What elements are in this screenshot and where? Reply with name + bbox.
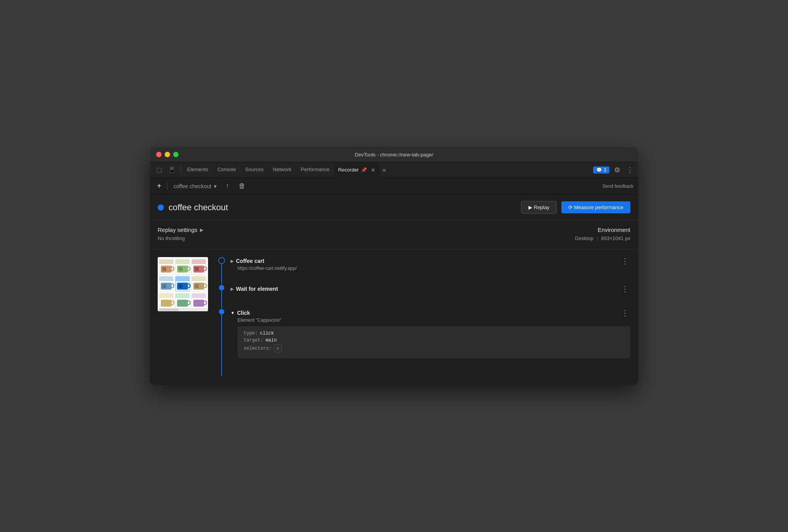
svg-rect-20 bbox=[179, 284, 182, 288]
selector-picker-icon[interactable]: ⊡ bbox=[274, 345, 282, 352]
tab-performance[interactable]: Performance bbox=[296, 162, 334, 178]
step-connector-3 bbox=[216, 309, 227, 376]
settings-arrow-icon: ▶ bbox=[200, 227, 203, 233]
settings-row: Replay settings ▶ No throttling Environm… bbox=[150, 220, 638, 249]
svg-rect-4 bbox=[162, 267, 166, 271]
tab-network[interactable]: Network bbox=[268, 162, 296, 178]
svg-rect-35 bbox=[159, 309, 179, 311]
toolbar-separator bbox=[167, 182, 167, 190]
settings-right: Environment Desktop | 893×1041 px bbox=[575, 227, 630, 241]
more-tabs-button[interactable]: » bbox=[379, 163, 389, 177]
code-type-line: type: click bbox=[244, 331, 624, 336]
replay-settings-toggle[interactable]: Replay settings ▶ bbox=[158, 227, 575, 233]
measure-performance-button[interactable]: ⟳ Measure performance bbox=[561, 201, 630, 213]
step-click: ▼ Click ⋮ Element "Cappucino" type: clic… bbox=[216, 309, 630, 376]
send-feedback-link[interactable]: Send feedback bbox=[602, 184, 633, 189]
env-separator: | bbox=[597, 235, 598, 241]
code-target-value: main bbox=[265, 338, 277, 343]
step-3-name: Click bbox=[237, 310, 250, 316]
screenshot-preview bbox=[158, 257, 208, 311]
replay-button[interactable]: ▶ Replay bbox=[521, 201, 557, 214]
code-selectors-key: selectors: bbox=[244, 346, 272, 351]
tab-recorder[interactable]: Recorder 📌 ✕ bbox=[334, 162, 379, 178]
svg-rect-14 bbox=[159, 276, 173, 281]
traffic-lights bbox=[156, 152, 179, 157]
svg-rect-2 bbox=[159, 259, 173, 264]
tab-console[interactable]: Console bbox=[213, 162, 241, 178]
maximize-button[interactable] bbox=[173, 152, 179, 157]
more-options-icon[interactable]: ⋮ bbox=[625, 164, 635, 176]
close-button[interactable] bbox=[156, 152, 162, 157]
tab-close-button[interactable]: ✕ bbox=[371, 167, 375, 173]
step-1-content: ▶ Coffee cart ⋮ https://coffee-cart.netl… bbox=[227, 257, 630, 271]
step-wait: ▶ Wait for element ⋮ bbox=[216, 285, 630, 308]
code-target-key: target: bbox=[244, 338, 263, 343]
svg-rect-26 bbox=[159, 293, 173, 298]
export-button[interactable]: ↑ bbox=[223, 180, 232, 192]
window-title: DevTools - chrome://new-tab-page/ bbox=[355, 152, 433, 158]
svg-rect-16 bbox=[162, 284, 166, 288]
code-type-key: type: bbox=[244, 331, 258, 336]
svg-rect-10 bbox=[192, 259, 206, 264]
add-recording-button[interactable]: + bbox=[155, 181, 164, 191]
notification-badge[interactable]: 💬 3 bbox=[593, 166, 609, 173]
svg-rect-12 bbox=[195, 267, 199, 271]
device-icon[interactable]: 📱 bbox=[165, 163, 179, 177]
secondary-toolbar: + coffee checkout ▾ ↑ 🗑 Send feedback bbox=[150, 178, 638, 195]
step-2-content: ▶ Wait for element ⋮ bbox=[227, 285, 630, 293]
step-2-more-button[interactable]: ⋮ bbox=[619, 285, 630, 293]
devtools-tabs: ⬚ 📱 Elements Console Sources Network Per… bbox=[150, 162, 638, 178]
settings-left: Replay settings ▶ No throttling bbox=[158, 227, 575, 241]
throttling-value: No throttling bbox=[158, 235, 575, 241]
title-bar: DevTools - chrome://new-tab-page/ bbox=[150, 147, 638, 162]
svg-rect-8 bbox=[179, 267, 182, 271]
svg-rect-18 bbox=[175, 276, 189, 281]
svg-rect-27 bbox=[161, 300, 172, 307]
step-1-header[interactable]: ▶ Coffee cart ⋮ bbox=[231, 257, 630, 265]
recording-indicator bbox=[158, 204, 164, 211]
code-selectors-line: selectors: ⊡ bbox=[244, 345, 624, 352]
svg-rect-22 bbox=[192, 276, 206, 281]
svg-rect-30 bbox=[177, 300, 188, 307]
code-type-value: click bbox=[260, 331, 274, 336]
minimize-button[interactable] bbox=[165, 152, 170, 157]
step-3-content: ▼ Click ⋮ Element "Cappucino" type: clic… bbox=[227, 309, 630, 359]
step-1-more-button[interactable]: ⋮ bbox=[619, 257, 630, 265]
pin-icon: 📌 bbox=[361, 167, 367, 173]
svg-rect-6 bbox=[175, 259, 189, 264]
steps-area: ▶ Coffee cart ⋮ https://coffee-cart.netl… bbox=[150, 249, 638, 385]
recording-selector[interactable]: coffee checkout ▾ bbox=[170, 182, 220, 191]
step-2-name: Wait for element bbox=[236, 286, 278, 292]
delete-button[interactable]: 🗑 bbox=[236, 180, 249, 192]
step-3-more-button[interactable]: ⋮ bbox=[619, 309, 630, 317]
settings-icon[interactable]: ⚙ bbox=[613, 164, 622, 176]
svg-rect-32 bbox=[192, 293, 206, 298]
tab-elements[interactable]: Elements bbox=[182, 162, 213, 178]
tab-right-icons: 💬 3 ⚙ ⋮ bbox=[593, 164, 635, 176]
recording-title: coffee checkout bbox=[169, 203, 516, 213]
tab-sources[interactable]: Sources bbox=[241, 162, 268, 178]
main-content: coffee checkout ▶ Replay ⟳ Measure perfo… bbox=[150, 195, 638, 385]
code-target-line: target: main bbox=[244, 338, 624, 343]
recording-header: coffee checkout ▶ Replay ⟳ Measure perfo… bbox=[150, 195, 638, 220]
step-3-header[interactable]: ▼ Click ⋮ bbox=[231, 309, 630, 317]
step-connector-1 bbox=[216, 257, 227, 284]
timeline-steps: ▶ Coffee cart ⋮ https://coffee-cart.netl… bbox=[216, 257, 630, 377]
chat-icon: 💬 bbox=[596, 167, 602, 173]
step-connector-2 bbox=[216, 285, 227, 308]
step-1-expand-icon[interactable]: ▶ bbox=[231, 259, 234, 264]
step-1-url: https://coffee-cart.netlify.app/ bbox=[231, 266, 630, 271]
tab-separator bbox=[181, 166, 181, 174]
environment-value: Desktop | 893×1041 px bbox=[575, 235, 630, 241]
step-3-code-block: type: click target: main selectors: ⊡ bbox=[237, 326, 630, 359]
chevron-down-icon: ▾ bbox=[214, 183, 217, 189]
cursor-icon[interactable]: ⬚ bbox=[153, 163, 165, 177]
step-3-details: Element "Cappucino" bbox=[231, 317, 630, 323]
devtools-window: DevTools - chrome://new-tab-page/ ⬚ 📱 El… bbox=[150, 147, 638, 385]
step-3-collapse-icon[interactable]: ▼ bbox=[231, 311, 235, 315]
svg-rect-29 bbox=[175, 293, 189, 298]
step-2-header[interactable]: ▶ Wait for element ⋮ bbox=[231, 285, 630, 293]
step-2-expand-icon[interactable]: ▶ bbox=[231, 287, 234, 292]
step-1-name: Coffee cart bbox=[236, 258, 264, 264]
svg-rect-24 bbox=[195, 284, 199, 288]
